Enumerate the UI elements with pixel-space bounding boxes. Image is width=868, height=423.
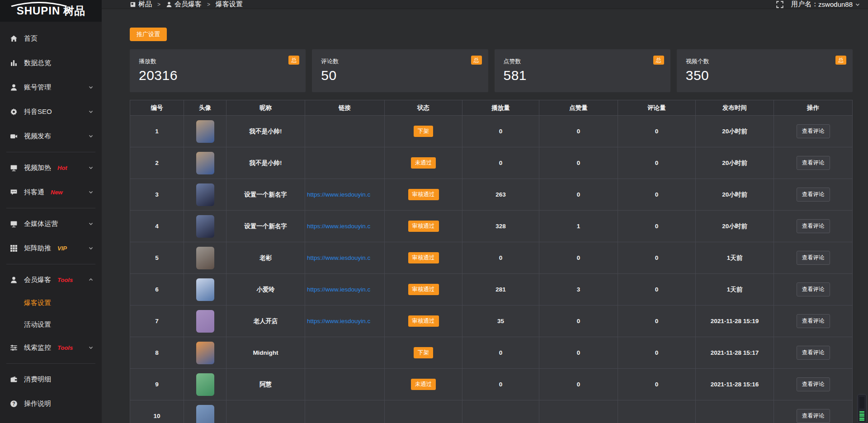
sidebar-item[interactable]: 账号管理 [0,75,102,99]
view-comments-button[interactable]: 查看评论 [797,377,830,391]
widget-signal-bar [859,414,864,415]
bar-chart-icon [10,59,18,67]
user-icon [166,1,172,8]
column-header: 昵称 [226,100,305,116]
view-comments-button[interactable]: 查看评论 [797,314,830,328]
view-comments-button[interactable]: 查看评论 [797,409,830,423]
cell-plays: 0 [462,147,539,179]
promotion-settings-button[interactable]: 推广设置 [130,28,167,41]
grid-icon [10,244,18,252]
view-comments-button[interactable]: 查看评论 [797,219,830,233]
cell-time: 20小时前 [696,116,774,147]
cell-comments: 0 [618,337,696,369]
sidebar-item[interactable]: 全媒体运营 [0,212,102,236]
sidebar-item-tag: VIP [57,245,67,252]
sidebar-item-label: 抖客通 [24,188,44,197]
sidebar-item[interactable]: 抖客通 New [0,180,102,204]
brand-logo[interactable]: SHUPIN 树品 [0,0,102,22]
status-badge: 审核通过 [408,252,439,263]
cell-time: 20小时前 [696,211,774,242]
cell-comments: 0 [618,211,696,242]
avatar [196,342,214,364]
app-window: SHUPIN 树品 首页 数据总览 账号管理 抖音SEO 视频发布 视频加热 H… [0,0,868,423]
sidebar-item[interactable]: 首页 [0,26,102,51]
sidebar-item[interactable]: 抖音SEO [0,99,102,124]
cell-no: 1 [130,116,184,147]
sidebar-divider [6,152,95,152]
total-badge: 总 [835,56,846,65]
cell-time: 2021-11-28 15:17 [696,337,774,369]
sidebar-subitem[interactable]: 活动设置 [0,314,102,335]
stat-card-value: 350 [686,68,844,83]
cell-avatar [184,306,226,337]
sidebar-subitem[interactable]: 爆客设置 [0,292,102,314]
chevron-down-icon [88,221,94,226]
video-link[interactable]: https://www.iesdouyin.c [305,254,384,261]
cell-nickname: 我不是小帅! [226,147,305,179]
home-icon [10,35,18,42]
widget-signal-bar [859,411,864,413]
cell-status: 未通过 [385,369,462,400]
video-link[interactable]: https://www.iesdouyin.c [305,318,384,324]
sidebar-item-label: 会员爆客 [24,276,51,284]
sidebar-item-tag: New [51,189,63,196]
widget-signal-bar [859,419,864,421]
table-body: 1 我不是小帅! 下架 0 0 0 20小时前 查看评论 2 我不是小帅! 未通… [130,116,853,423]
cell-likes: 0 [539,369,618,400]
breadcrumb-item[interactable]: 树品 [138,0,152,9]
sidebar-item[interactable]: 消费明细 [0,367,102,391]
video-link[interactable]: https://www.iesdouyin.c [305,223,384,230]
cell-link [305,369,385,400]
cell-plays: 281 [462,274,539,306]
cell-status [385,400,462,423]
view-comments-button[interactable]: 查看评论 [797,156,830,170]
user-menu[interactable]: 用户名： zswodun88 [791,0,860,9]
video-link[interactable]: https://www.iesdouyin.c [305,191,384,198]
cell-comments: 0 [618,274,696,306]
screen-icon [10,220,18,228]
view-comments-button[interactable]: 查看评论 [797,188,830,202]
table-header-row: 编号头像昵称链接状态播放量点赞量评论量发布时间操作 [130,100,853,116]
cell-likes: 0 [539,306,618,337]
cell-avatar [184,179,226,211]
sidebar-item[interactable]: 线索监控 Tools [0,335,102,360]
view-comments-button[interactable]: 查看评论 [797,124,830,138]
sidebar-item[interactable]: 视频发布 [0,124,102,148]
cell-avatar [184,274,226,306]
sidebar-item[interactable]: 会员爆客 Tools [0,268,102,292]
cell-nickname: 老彬 [226,242,305,274]
sidebar-item[interactable]: 视频加热 Hot [0,155,102,180]
sidebar-item[interactable]: 矩阵助推 VIP [0,236,102,260]
cell-comments [618,400,696,423]
sidebar-item[interactable]: ? 操作说明 [0,391,102,416]
cell-status: 审核通过 [385,274,462,306]
table-row: 10 查看评论 [130,400,853,423]
chevron-down-icon [88,165,94,170]
fullscreen-icon[interactable] [776,0,784,9]
sidebar-item-label: 矩阵助推 [24,244,51,253]
sidebar-item-label: 视频加热 [24,164,51,172]
stat-card-label: 点赞数 [504,58,521,65]
view-comments-button[interactable]: 查看评论 [797,346,830,360]
cell-no: 7 [130,306,184,337]
view-comments-button[interactable]: 查看评论 [797,282,830,296]
cell-link: https://www.iesdouyin.c [305,211,385,242]
floating-widget[interactable] [857,394,867,423]
view-comments-button[interactable]: 查看评论 [797,251,830,265]
status-badge: 未通过 [411,379,436,390]
breadcrumb-separator: > [157,1,160,8]
cell-comments: 0 [618,242,696,274]
total-badge: 总 [653,56,664,65]
wallet-icon [10,376,18,383]
username-label: 用户名： [791,0,818,9]
sidebar-item-tag: Hot [57,164,67,171]
sidebar-item-label: 线索监控 [24,343,51,352]
video-link[interactable]: https://www.iesdouyin.c [305,286,384,293]
stat-card-label: 播放数 [139,58,156,65]
breadcrumb-item[interactable]: 会员爆客 [175,0,202,9]
cell-plays: 0 [462,242,539,274]
column-header: 状态 [385,100,462,116]
sidebar-divider [6,363,95,364]
status-badge: 审核通过 [408,315,439,327]
sidebar-item[interactable]: 数据总览 [0,51,102,75]
